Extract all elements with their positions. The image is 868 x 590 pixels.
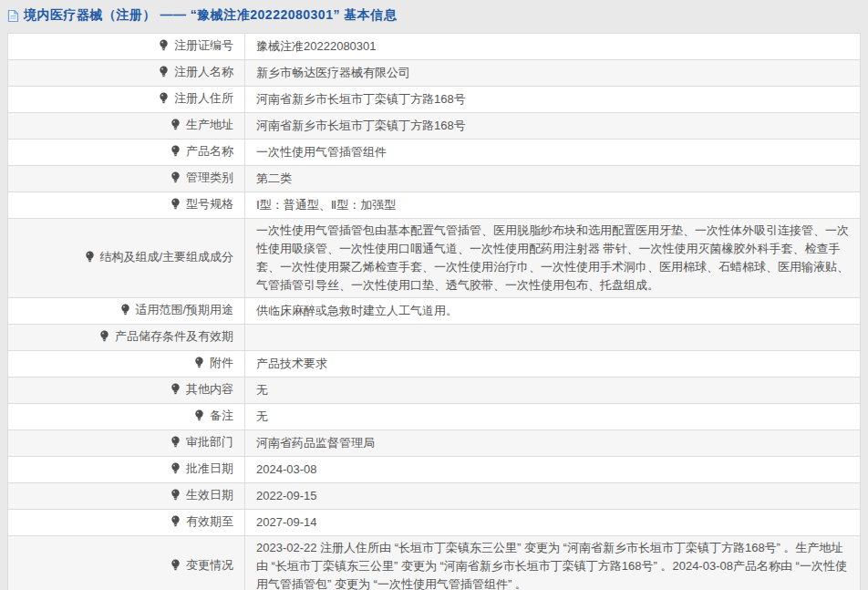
row-value-cell: 2023-02-22 注册人住所由 “长垣市丁栾镇东三公里” 变更为 “河南省新… — [245, 536, 861, 590]
row-value: Ⅰ型：普通型、Ⅱ型：加强型 — [256, 198, 396, 212]
row-value: 第二类 — [256, 171, 292, 185]
row-label: 结构及组成/主要组成成分 — [99, 250, 233, 264]
table-row: 有效期至 2027-09-14 — [8, 510, 861, 536]
row-label-cell: 生效日期 — [8, 483, 245, 510]
row-value: 河南省药品监督管理局 — [256, 436, 375, 450]
bulb-icon — [159, 91, 169, 109]
row-value-cell: 产品技术要求 — [245, 351, 861, 378]
table-row: 其他内容 无 — [8, 378, 861, 404]
row-label: 附件 — [210, 356, 233, 369]
table-row: 批准日期 2024-03-08 — [8, 457, 861, 483]
row-value-cell: 河南省新乡市长垣市丁栾镇丁方路168号 — [245, 87, 861, 113]
row-label: 注册人住所 — [174, 91, 233, 105]
row-value: 2022-09-15 — [256, 489, 317, 502]
bulb-icon — [194, 409, 204, 427]
registration-info-table: 注册证编号 豫械注准20222080301 注册人名称 新乡市畅达医疗器械有限公… — [7, 33, 861, 590]
row-value-cell: 2024-03-08 — [245, 457, 861, 483]
row-label: 其他内容 — [186, 382, 233, 396]
row-label: 产品储存条件及有效期 — [115, 329, 233, 343]
row-value-cell: 无 — [245, 404, 861, 430]
row-value: 一次性使用气管插管组件 — [256, 145, 387, 159]
table-row: 生产地址 河南省新乡市长垣市丁栾镇丁方路168号 — [8, 113, 861, 140]
row-label: 备注 — [210, 409, 233, 422]
row-label-cell: 审批部门 — [8, 430, 245, 457]
row-value-cell: 一次性使用气管插管包由基本配置气管插管、医用脱脂纱布块和选用配置医用牙垫、一次性… — [245, 219, 861, 298]
row-label-cell: 其他内容 — [8, 378, 245, 404]
row-value: 2024-03-08 — [256, 462, 317, 476]
row-value: 无 — [256, 409, 268, 423]
row-label-cell: 结构及组成/主要组成成分 — [8, 219, 245, 298]
bulb-icon — [170, 144, 181, 162]
row-value-cell: 河南省新乡市长垣市丁栾镇丁方路168号 — [245, 113, 861, 140]
bulb-icon — [170, 171, 181, 189]
table-row: 附件 产品技术要求 — [8, 351, 861, 378]
table-row: 产品名称 一次性使用气管插管组件 — [8, 140, 861, 166]
row-value-cell: 第二类 — [245, 166, 861, 192]
row-value: 河南省新乡市长垣市丁栾镇丁方路168号 — [256, 92, 466, 106]
table-row: 结构及组成/主要组成成分 一次性使用气管插管包由基本配置气管插管、医用脱脂纱布块… — [8, 219, 861, 298]
bulb-icon — [170, 514, 181, 533]
document-icon — [7, 9, 19, 23]
page-title: 境内医疗器械（注册） —— “豫械注准20222080301” 基本信息 — [24, 7, 397, 24]
row-value-cell: 河南省药品监督管理局 — [245, 430, 861, 457]
row-value-cell: Ⅰ型：普通型、Ⅱ型：加强型 — [245, 192, 861, 219]
row-value-cell: 供临床麻醉或急救时建立人工气道用。 — [245, 298, 861, 325]
row-label: 型号规格 — [186, 197, 233, 211]
table-row: 适用范围/预期用途 供临床麻醉或急救时建立人工气道用。 — [8, 298, 861, 325]
table-row: 备注 无 — [8, 404, 861, 430]
bulb-icon — [170, 197, 181, 215]
table-row: 型号规格 Ⅰ型：普通型、Ⅱ型：加强型 — [8, 192, 861, 219]
row-label-cell: 产品储存条件及有效期 — [8, 325, 245, 351]
row-label: 审批部门 — [186, 435, 233, 449]
row-label: 注册人名称 — [174, 65, 233, 78]
row-label-cell: 注册证编号 — [8, 34, 245, 60]
table-row: 产品储存条件及有效期 — [8, 325, 861, 351]
row-value: 供临床麻醉或急救时建立人工气道用。 — [256, 304, 458, 317]
table-row: 管理类别 第二类 — [8, 166, 861, 192]
row-label-cell: 批准日期 — [8, 457, 245, 483]
bulb-icon — [170, 118, 181, 136]
row-value-cell: 豫械注准20222080301 — [245, 34, 861, 60]
row-value: 豫械注准20222080301 — [256, 39, 377, 53]
row-label-cell: 变更情况 — [8, 536, 245, 590]
bulb-icon — [194, 356, 204, 374]
row-value: 无 — [256, 383, 268, 397]
row-value: 一次性使用气管插管包由基本配置气管插管、医用脱脂纱布块和选用配置医用牙垫、一次性… — [256, 223, 849, 292]
row-label-cell: 注册人名称 — [8, 60, 245, 87]
bulb-icon — [170, 382, 181, 400]
row-value-cell: 2027-09-14 — [245, 510, 861, 536]
row-label-cell: 附件 — [8, 351, 245, 378]
page-header: 境内医疗器械（注册） —— “豫械注准20222080301” 基本信息 — [0, 0, 868, 33]
row-label-cell: 产品名称 — [8, 140, 245, 166]
row-label: 生产地址 — [186, 118, 233, 131]
row-label-cell: 适用范围/预期用途 — [8, 298, 245, 325]
row-label-cell: 型号规格 — [8, 192, 245, 219]
row-value: 2027-09-14 — [256, 515, 317, 529]
row-label-cell: 生产地址 — [8, 113, 245, 140]
row-value: 河南省新乡市长垣市丁栾镇丁方路168号 — [256, 119, 466, 132]
table-row: 生效日期 2022-09-15 — [8, 483, 861, 510]
table-row: 注册人名称 新乡市畅达医疗器械有限公司 — [8, 60, 861, 87]
row-value: 2023-02-22 注册人住所由 “长垣市丁栾镇东三公里” 变更为 “河南省新… — [256, 541, 847, 590]
row-value-cell: 2022-09-15 — [245, 483, 861, 510]
row-label: 注册证编号 — [174, 38, 233, 52]
row-label: 批准日期 — [186, 461, 233, 475]
bulb-icon — [170, 558, 181, 576]
bulb-icon — [120, 303, 130, 321]
row-label: 有效期至 — [186, 514, 233, 528]
row-value-cell: 无 — [245, 378, 861, 404]
info-table-body: 注册证编号 豫械注准20222080301 注册人名称 新乡市畅达医疗器械有限公… — [8, 34, 861, 590]
row-value: 产品技术要求 — [256, 357, 327, 370]
table-row: 审批部门 河南省药品监督管理局 — [8, 430, 861, 457]
table-row: 注册证编号 豫械注准20222080301 — [8, 34, 861, 60]
row-value: 新乡市畅达医疗器械有限公司 — [256, 66, 410, 79]
bulb-icon — [170, 461, 181, 480]
bulb-icon — [99, 329, 109, 347]
table-row: 注册人住所 河南省新乡市长垣市丁栾镇丁方路168号 — [8, 87, 861, 113]
row-label: 产品名称 — [186, 144, 233, 158]
table-row: 变更情况 2023-02-22 注册人住所由 “长垣市丁栾镇东三公里” 变更为 … — [8, 536, 861, 590]
bulb-icon — [85, 250, 95, 268]
row-label-cell: 管理类别 — [8, 166, 245, 192]
bulb-icon — [159, 38, 169, 57]
row-label-cell: 注册人住所 — [8, 87, 245, 113]
